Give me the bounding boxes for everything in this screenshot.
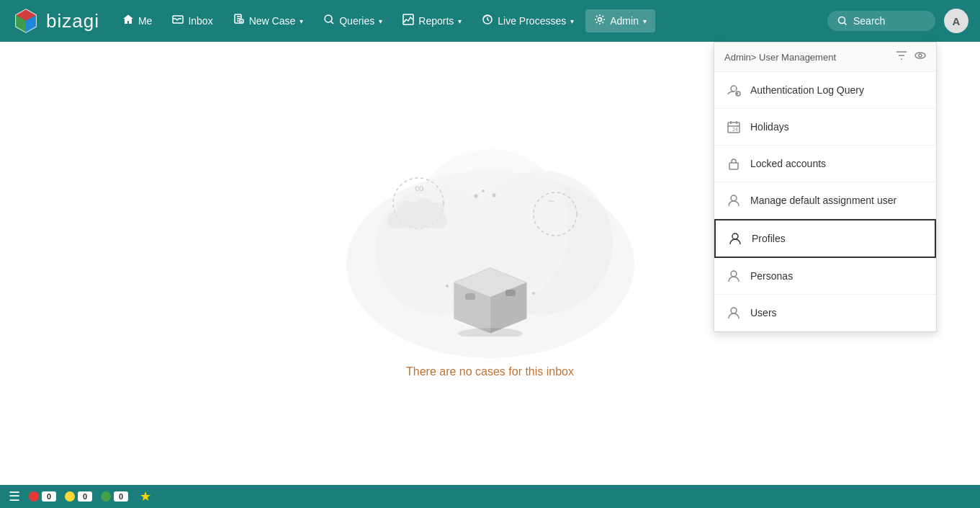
logo-icon bbox=[12, 6, 40, 35]
svg-point-40 bbox=[732, 233, 738, 239]
avatar[interactable]: A bbox=[944, 9, 968, 33]
dropdown-item-manage-default[interactable]: Manage default assignment user bbox=[714, 182, 936, 219]
logo-text: bizagi bbox=[46, 10, 99, 32]
users-icon bbox=[726, 305, 742, 321]
yellow-dot-icon bbox=[65, 491, 75, 502]
dropdown-header: Admin> User Management bbox=[714, 43, 936, 72]
new-case-caret-icon: ▾ bbox=[300, 17, 303, 25]
star-icon[interactable]: ★ bbox=[140, 489, 151, 504]
empty-state: ∞ ~ bbox=[318, 120, 663, 378]
status-badge-yellow[interactable]: 0 bbox=[65, 491, 92, 502]
svg-text:~: ~ bbox=[548, 195, 554, 208]
nav-item-queries[interactable]: Queries ▾ bbox=[315, 9, 391, 32]
dropdown-item-users-label: Users bbox=[750, 307, 777, 318]
status-badge-red[interactable]: 0 bbox=[29, 491, 56, 502]
nav-item-live-processes[interactable]: Live Processes ▾ bbox=[473, 9, 583, 32]
dropdown-item-holidays[interactable]: 24 Holidays bbox=[714, 109, 936, 146]
green-badge-count: 0 bbox=[114, 491, 128, 502]
status-badge-green[interactable]: 0 bbox=[101, 491, 128, 502]
dropdown-item-personas-label: Personas bbox=[750, 270, 793, 282]
logo-area: bizagi bbox=[12, 6, 99, 35]
cloud-illustration: ∞ ~ bbox=[318, 120, 663, 365]
svg-rect-30 bbox=[505, 290, 516, 296]
admin-icon bbox=[594, 14, 606, 28]
reports-caret-icon: ▾ bbox=[458, 17, 462, 25]
dropdown-item-locked-accounts-label: Locked accounts bbox=[750, 158, 826, 169]
nav-item-new-case[interactable]: New Case ▾ bbox=[225, 9, 313, 32]
reports-icon bbox=[403, 14, 414, 28]
svg-rect-8 bbox=[403, 14, 413, 24]
auth-log-icon bbox=[726, 82, 742, 98]
new-case-icon bbox=[233, 14, 245, 28]
live-processes-icon bbox=[482, 14, 493, 28]
dropdown-item-personas[interactable]: Personas bbox=[714, 258, 936, 295]
svg-point-11 bbox=[839, 17, 845, 24]
nav-item-reports[interactable]: Reports ▾ bbox=[394, 9, 470, 32]
nav-inbox-label: Inbox bbox=[188, 15, 212, 27]
nav-item-admin[interactable]: Admin ▾ bbox=[585, 9, 655, 32]
dropdown-item-holidays-label: Holidays bbox=[750, 121, 789, 133]
red-dot-icon bbox=[29, 491, 39, 502]
dropdown-item-users[interactable]: Users bbox=[714, 295, 936, 331]
inbox-icon bbox=[172, 14, 184, 28]
svg-rect-38 bbox=[729, 163, 738, 169]
dropdown-panel: Admin> User Management Authentication Lo… bbox=[714, 42, 937, 332]
nav-new-case-label: New Case bbox=[249, 15, 296, 27]
empty-box-illustration bbox=[440, 250, 541, 337]
live-processes-caret-icon: ▾ bbox=[570, 17, 574, 25]
svg-text:24: 24 bbox=[732, 127, 738, 132]
nav-admin-label: Admin bbox=[610, 15, 639, 27]
manage-default-icon bbox=[726, 192, 742, 208]
svg-point-39 bbox=[731, 195, 737, 201]
locked-accounts-icon bbox=[726, 156, 742, 171]
svg-point-10 bbox=[598, 18, 602, 22]
personas-icon bbox=[726, 268, 742, 284]
svg-point-22 bbox=[492, 193, 495, 197]
dropdown-item-profiles[interactable]: Profiles bbox=[714, 219, 936, 258]
dropdown-item-locked-accounts[interactable]: Locked accounts bbox=[714, 146, 936, 182]
dropdown-item-profiles-label: Profiles bbox=[752, 233, 786, 244]
svg-point-7 bbox=[325, 15, 332, 22]
profiles-icon bbox=[727, 231, 743, 246]
home-icon bbox=[122, 14, 134, 28]
svg-rect-29 bbox=[465, 293, 475, 300]
svg-point-34 bbox=[731, 86, 737, 92]
visibility-icon[interactable] bbox=[914, 50, 926, 64]
admin-caret-icon: ▾ bbox=[643, 17, 647, 25]
svg-point-42 bbox=[731, 308, 737, 313]
dropdown-header-actions bbox=[896, 50, 926, 64]
svg-point-20 bbox=[474, 194, 477, 197]
nav-queries-label: Queries bbox=[339, 15, 374, 27]
queries-caret-icon: ▾ bbox=[379, 17, 382, 25]
hamburger-menu-icon[interactable]: ☰ bbox=[9, 489, 20, 504]
svg-point-41 bbox=[731, 271, 737, 277]
navbar: bizagi Me Inbox New Case ▾ Queries ▾ Rep… bbox=[0, 0, 980, 42]
dropdown-item-auth-log-label: Authentication Log Query bbox=[750, 84, 864, 96]
svg-text:∞: ∞ bbox=[415, 181, 424, 195]
yellow-badge-count: 0 bbox=[78, 491, 92, 502]
search-label: Search bbox=[853, 15, 885, 27]
dropdown-item-manage-default-label: Manage default assignment user bbox=[750, 195, 896, 206]
empty-message: There are no cases for this inbox bbox=[406, 365, 574, 378]
red-badge-count: 0 bbox=[42, 491, 56, 502]
nav-live-processes-label: Live Processes bbox=[498, 15, 566, 27]
green-dot-icon bbox=[101, 491, 111, 502]
queries-icon bbox=[323, 14, 335, 28]
nav-reports-label: Reports bbox=[418, 15, 454, 27]
nav-item-me[interactable]: Me bbox=[114, 9, 161, 32]
svg-point-32 bbox=[915, 53, 925, 58]
dropdown-breadcrumb: Admin> User Management bbox=[724, 52, 836, 63]
avatar-letter: A bbox=[953, 15, 961, 27]
search-icon bbox=[837, 16, 848, 26]
nav-me-label: Me bbox=[138, 15, 152, 27]
filter-icon[interactable] bbox=[896, 50, 907, 64]
svg-point-31 bbox=[458, 328, 523, 337]
search-box[interactable]: Search bbox=[827, 11, 935, 31]
holidays-icon: 24 bbox=[726, 119, 742, 135]
dropdown-item-auth-log-query[interactable]: Authentication Log Query bbox=[714, 72, 936, 109]
status-bar: ☰ 0 0 0 ★ bbox=[0, 485, 980, 508]
svg-point-21 bbox=[482, 190, 485, 192]
nav-item-inbox[interactable]: Inbox bbox=[163, 9, 221, 32]
svg-point-33 bbox=[919, 54, 922, 57]
